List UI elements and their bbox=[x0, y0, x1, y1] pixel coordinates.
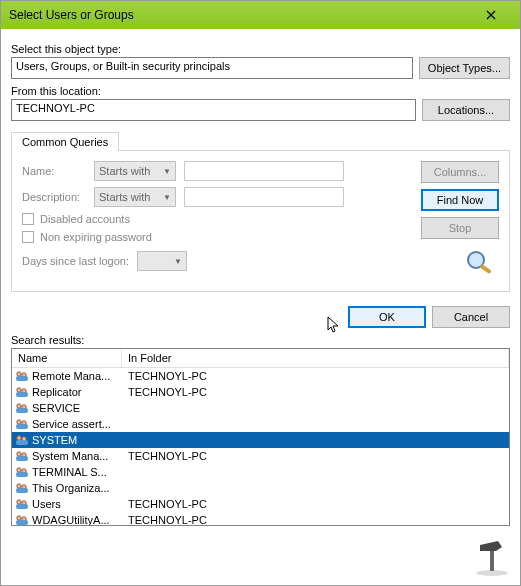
object-type-label: Select this object type: bbox=[11, 43, 510, 55]
svg-point-10 bbox=[17, 404, 21, 408]
list-item[interactable]: Service assert... bbox=[12, 416, 509, 432]
group-icon bbox=[14, 497, 30, 511]
svg-rect-15 bbox=[16, 424, 28, 429]
stop-button[interactable]: Stop bbox=[421, 217, 499, 239]
list-item[interactable]: Remote Mana...TECHNOYL-PC bbox=[12, 368, 509, 384]
titlebar[interactable]: Select Users or Groups bbox=[1, 1, 520, 29]
disabled-accounts-checkbox[interactable]: Disabled accounts bbox=[22, 213, 397, 225]
group-icon bbox=[14, 401, 30, 415]
svg-point-28 bbox=[17, 500, 21, 504]
list-item[interactable]: System Mana...TECHNOYL-PC bbox=[12, 448, 509, 464]
list-item[interactable]: WDAGUtilityA...TECHNOYL-PC bbox=[12, 512, 509, 526]
list-item-name: Users bbox=[32, 498, 124, 510]
svg-rect-3 bbox=[480, 264, 492, 274]
list-item-folder: TECHNOYL-PC bbox=[124, 514, 509, 526]
list-item-name: WDAGUtilityA... bbox=[32, 514, 124, 526]
svg-point-16 bbox=[17, 436, 21, 440]
search-results-label: Search results: bbox=[11, 334, 510, 346]
group-icon bbox=[14, 513, 30, 526]
group-icon bbox=[14, 417, 30, 431]
location-label: From this location: bbox=[11, 85, 510, 97]
location-field: TECHNOYL-PC bbox=[11, 99, 416, 121]
list-item-folder: TECHNOYL-PC bbox=[124, 498, 509, 510]
list-item[interactable]: TERMINAL S... bbox=[12, 464, 509, 480]
svg-rect-30 bbox=[16, 504, 28, 509]
chevron-down-icon: ▼ bbox=[174, 257, 182, 266]
svg-point-13 bbox=[17, 420, 21, 424]
days-combo[interactable]: ▼ bbox=[137, 251, 187, 271]
results-listview[interactable]: Name In Folder Remote Mana...TECHNOYL-PC… bbox=[11, 348, 510, 526]
list-item-name: SYSTEM bbox=[32, 434, 232, 446]
svg-rect-18 bbox=[16, 440, 28, 445]
checkbox-icon bbox=[22, 231, 34, 243]
cancel-button[interactable]: Cancel bbox=[432, 306, 510, 328]
svg-point-19 bbox=[17, 452, 21, 456]
description-label: Description: bbox=[22, 191, 86, 203]
group-icon bbox=[14, 449, 30, 463]
list-item-name: Replicator bbox=[32, 386, 124, 398]
svg-rect-9 bbox=[16, 392, 28, 397]
list-item[interactable]: SERVICE bbox=[12, 400, 509, 416]
column-header-name[interactable]: Name bbox=[12, 349, 122, 367]
object-type-field: Users, Groups, or Built-in security prin… bbox=[11, 57, 413, 79]
find-now-button[interactable]: Find Now bbox=[421, 189, 499, 211]
group-icon bbox=[14, 433, 30, 447]
close-button[interactable] bbox=[470, 5, 512, 25]
locations-button[interactable]: Locations... bbox=[422, 99, 510, 121]
name-label: Name: bbox=[22, 165, 86, 177]
svg-rect-21 bbox=[16, 456, 28, 461]
chevron-down-icon: ▼ bbox=[163, 193, 171, 202]
group-icon bbox=[14, 481, 30, 495]
name-input[interactable] bbox=[184, 161, 344, 181]
object-types-button[interactable]: Object Types... bbox=[419, 57, 510, 79]
non-expiring-password-checkbox[interactable]: Non expiring password bbox=[22, 231, 397, 243]
name-mode-combo[interactable]: Starts with ▼ bbox=[94, 161, 176, 181]
ok-button[interactable]: OK bbox=[348, 306, 426, 328]
list-item[interactable]: This Organiza... bbox=[12, 480, 509, 496]
list-item-name: This Organiza... bbox=[32, 482, 124, 494]
description-input[interactable] bbox=[184, 187, 344, 207]
chevron-down-icon: ▼ bbox=[163, 167, 171, 176]
tab-common-queries[interactable]: Common Queries bbox=[11, 132, 119, 151]
list-item-name: Service assert... bbox=[32, 418, 124, 430]
checkbox-icon bbox=[22, 213, 34, 225]
group-icon bbox=[14, 369, 30, 383]
list-item[interactable]: SYSTEM bbox=[12, 432, 509, 448]
svg-rect-33 bbox=[16, 520, 28, 525]
svg-point-7 bbox=[17, 388, 21, 392]
list-item[interactable]: ReplicatorTECHNOYL-PC bbox=[12, 384, 509, 400]
svg-rect-6 bbox=[16, 376, 28, 381]
svg-point-25 bbox=[17, 484, 21, 488]
svg-rect-24 bbox=[16, 472, 28, 477]
window-title: Select Users or Groups bbox=[9, 8, 470, 22]
cursor-icon bbox=[327, 316, 341, 334]
list-item-name: SERVICE bbox=[32, 402, 124, 414]
days-since-last-logon-label: Days since last logon: bbox=[22, 255, 129, 267]
listview-header[interactable]: Name In Folder bbox=[12, 349, 509, 368]
list-item-folder: TECHNOYL-PC bbox=[124, 386, 509, 398]
group-icon bbox=[14, 465, 30, 479]
column-header-folder[interactable]: In Folder bbox=[122, 349, 509, 367]
list-item-folder: TECHNOYL-PC bbox=[124, 370, 509, 382]
columns-button[interactable]: Columns... bbox=[421, 161, 499, 183]
list-item-name: TERMINAL S... bbox=[32, 466, 124, 478]
list-item-name: System Mana... bbox=[32, 450, 124, 462]
list-item[interactable]: UsersTECHNOYL-PC bbox=[12, 496, 509, 512]
close-icon bbox=[486, 10, 496, 20]
hammer-icon bbox=[472, 537, 512, 577]
list-item-folder: TECHNOYL-PC bbox=[124, 450, 509, 462]
svg-point-31 bbox=[17, 516, 21, 520]
list-item-name: Remote Mana... bbox=[32, 370, 124, 382]
svg-point-4 bbox=[17, 372, 21, 376]
description-mode-combo[interactable]: Starts with ▼ bbox=[94, 187, 176, 207]
svg-point-22 bbox=[17, 468, 21, 472]
common-queries-panel: Name: Starts with ▼ Description: Starts … bbox=[11, 150, 510, 292]
svg-rect-12 bbox=[16, 408, 28, 413]
group-icon bbox=[14, 385, 30, 399]
svg-rect-27 bbox=[16, 488, 28, 493]
magnifier-icon bbox=[463, 247, 499, 277]
